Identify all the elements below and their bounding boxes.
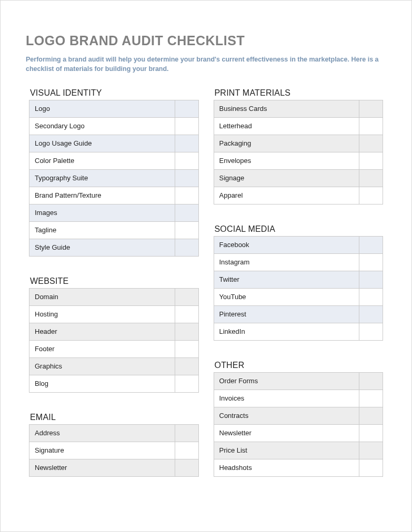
row-label: Blog xyxy=(29,375,175,392)
row-label: Typography Suite xyxy=(29,170,175,187)
table-row: LinkedIn xyxy=(214,323,383,341)
row-checkbox-cell[interactable] xyxy=(175,358,198,375)
section-heading: VISUAL IDENTITY xyxy=(29,88,199,98)
row-label: Signature xyxy=(29,442,175,459)
table-row: Order Forms xyxy=(214,373,383,390)
row-checkbox-cell[interactable] xyxy=(175,100,198,117)
row-label: YouTube xyxy=(214,289,360,305)
row-label: Domain xyxy=(29,289,175,305)
row-checkbox-cell[interactable] xyxy=(175,375,198,392)
row-label: Address xyxy=(29,425,175,442)
row-checkbox-cell[interactable] xyxy=(175,306,198,323)
row-checkbox-cell[interactable] xyxy=(359,100,383,117)
row-checkbox-cell[interactable] xyxy=(175,187,198,204)
row-label: Facebook xyxy=(214,237,360,253)
row-checkbox-cell[interactable] xyxy=(359,390,383,407)
row-checkbox-cell[interactable] xyxy=(359,135,383,152)
row-checkbox-cell[interactable] xyxy=(175,239,198,256)
table-row: Letterhead xyxy=(214,118,383,135)
row-checkbox-cell[interactable] xyxy=(359,152,383,169)
row-label: Signage xyxy=(214,170,360,187)
row-checkbox-cell[interactable] xyxy=(359,459,383,476)
table-row: Newsletter xyxy=(214,425,383,442)
row-checkbox-cell[interactable] xyxy=(359,442,383,459)
row-checkbox-cell[interactable] xyxy=(175,204,198,221)
row-checkbox-cell[interactable] xyxy=(175,425,198,442)
table-row: Images xyxy=(29,204,198,222)
right-column: PRINT MATERIALSBusiness CardsLetterheadP… xyxy=(214,88,384,497)
row-checkbox-cell[interactable] xyxy=(175,442,198,459)
row-label: Twitter xyxy=(214,271,360,288)
checklist-table: DomainHostingHeaderFooterGraphicsBlog xyxy=(29,288,199,393)
table-row: Signage xyxy=(214,170,383,187)
table-row: Header xyxy=(29,323,198,341)
table-row: Instagram xyxy=(214,254,383,271)
page-subtitle: Performing a brand audit will help you d… xyxy=(26,55,384,74)
row-checkbox-cell[interactable] xyxy=(175,289,198,305)
row-checkbox-cell[interactable] xyxy=(359,170,383,187)
row-label: Graphics xyxy=(29,358,175,375)
row-checkbox-cell[interactable] xyxy=(175,323,198,340)
checklist-table: FacebookInstagramTwitterYouTubePinterest… xyxy=(214,236,384,341)
row-label: Apparel xyxy=(214,187,360,204)
row-checkbox-cell[interactable] xyxy=(359,271,383,288)
section-heading: WEBSITE xyxy=(29,277,199,286)
section: PRINT MATERIALSBusiness CardsLetterheadP… xyxy=(214,88,384,204)
table-row: Logo Usage Guide xyxy=(29,135,198,152)
row-label: Order Forms xyxy=(214,373,360,390)
row-label: Contracts xyxy=(214,407,360,424)
row-label: LinkedIn xyxy=(214,323,360,340)
row-checkbox-cell[interactable] xyxy=(359,254,383,271)
row-label: Hosting xyxy=(29,306,175,323)
row-checkbox-cell[interactable] xyxy=(359,373,383,390)
table-row: Headshots xyxy=(214,459,383,477)
section: WEBSITEDomainHostingHeaderFooterGraphics… xyxy=(29,277,199,393)
row-label: Business Cards xyxy=(214,100,360,117)
checklist-table: AddressSignatureNewsletter xyxy=(29,424,199,477)
section: EMAILAddressSignatureNewsletter xyxy=(29,413,199,477)
row-label: Brand Pattern/Texture xyxy=(29,187,175,204)
row-checkbox-cell[interactable] xyxy=(359,237,383,253)
row-checkbox-cell[interactable] xyxy=(175,135,198,152)
row-checkbox-cell[interactable] xyxy=(359,187,383,204)
row-checkbox-cell[interactable] xyxy=(359,323,383,340)
row-checkbox-cell[interactable] xyxy=(175,118,198,135)
row-checkbox-cell[interactable] xyxy=(359,425,383,442)
table-row: Price List xyxy=(214,442,383,459)
row-label: Images xyxy=(29,204,175,221)
row-label: Style Guide xyxy=(29,239,175,256)
row-checkbox-cell[interactable] xyxy=(359,407,383,424)
row-checkbox-cell[interactable] xyxy=(359,118,383,135)
section-heading: PRINT MATERIALS xyxy=(214,88,384,98)
checklist-table: Order FormsInvoicesContractsNewsletterPr… xyxy=(214,372,384,477)
row-checkbox-cell[interactable] xyxy=(359,289,383,305)
page-title: LOGO BRAND AUDIT CHECKLIST xyxy=(26,33,386,48)
table-row: Business Cards xyxy=(214,100,383,118)
row-checkbox-cell[interactable] xyxy=(175,341,198,357)
table-row: Footer xyxy=(29,341,198,358)
row-checkbox-cell[interactable] xyxy=(175,222,198,239)
table-row: Secondary Logo xyxy=(29,118,198,135)
section-heading: OTHER xyxy=(214,361,384,370)
table-row: Typography Suite xyxy=(29,170,198,187)
row-checkbox-cell[interactable] xyxy=(175,459,198,476)
table-row: Address xyxy=(29,425,198,442)
row-label: Secondary Logo xyxy=(29,118,175,135)
table-row: Signature xyxy=(29,442,198,459)
section: VISUAL IDENTITYLogoSecondary LogoLogo Us… xyxy=(29,88,199,257)
section-heading: SOCIAL MEDIA xyxy=(214,224,384,234)
table-row: Apparel xyxy=(214,187,383,204)
table-row: YouTube xyxy=(214,289,383,306)
table-row: Packaging xyxy=(214,135,383,152)
row-checkbox-cell[interactable] xyxy=(175,152,198,169)
row-label: Footer xyxy=(29,341,175,357)
table-row: Brand Pattern/Texture xyxy=(29,187,198,204)
row-checkbox-cell[interactable] xyxy=(359,306,383,323)
table-row: Logo xyxy=(29,100,198,118)
left-column: VISUAL IDENTITYLogoSecondary LogoLogo Us… xyxy=(29,88,199,497)
row-checkbox-cell[interactable] xyxy=(175,170,198,187)
row-label: Packaging xyxy=(214,135,360,152)
row-label: Invoices xyxy=(214,390,360,407)
table-row: Invoices xyxy=(214,390,383,407)
checklist-table: Business CardsLetterheadPackagingEnvelop… xyxy=(214,100,384,204)
